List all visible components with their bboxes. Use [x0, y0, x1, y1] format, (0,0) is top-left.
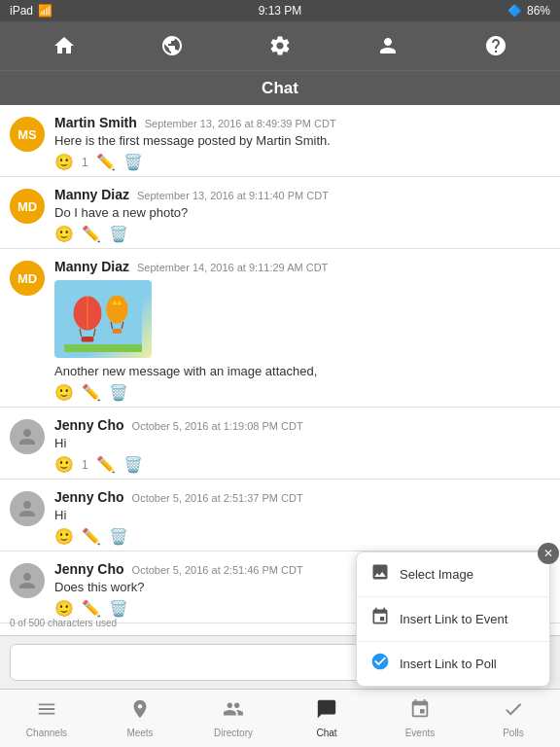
globe-nav-icon[interactable]	[151, 24, 193, 67]
message-content: Manny Diaz September 14, 2016 at 9:11:29…	[54, 259, 550, 402]
avatar: MD	[10, 189, 45, 224]
status-right: 🔷 86%	[508, 4, 550, 18]
edit-button[interactable]: ✏️	[82, 383, 101, 402]
settings-nav-icon[interactable]	[259, 24, 301, 67]
tab-channels[interactable]: Channels	[8, 698, 86, 738]
edit-button[interactable]: ✏️	[96, 455, 116, 474]
svg-point-6	[106, 296, 127, 324]
message-time: October 5, 2016 at 1:19:08 PM CDT	[132, 420, 303, 432]
image-icon	[370, 562, 390, 587]
emoji-button[interactable]: 🙂	[54, 455, 74, 474]
message-text: Do I have a new photo?	[54, 205, 550, 220]
home-nav-icon[interactable]	[43, 24, 86, 67]
insert-event-menu-item[interactable]: Insert Link to Event	[357, 597, 549, 642]
tab-chat-label: Chat	[316, 728, 336, 738]
tab-polls[interactable]: Polls	[474, 698, 552, 738]
avatar	[10, 491, 45, 526]
edit-button[interactable]: ✏️	[82, 527, 101, 546]
table-row: MD Manny Diaz September 14, 2016 at 9:11…	[0, 249, 560, 408]
chat-icon	[316, 698, 337, 726]
avatar	[10, 563, 45, 598]
help-nav-icon[interactable]	[474, 24, 517, 67]
avatar: MS	[10, 117, 45, 152]
message-content: Martin Smith September 13, 2016 at 8:49:…	[54, 115, 550, 171]
message-author: Jenny Cho	[54, 561, 124, 577]
status-left: iPad 📶	[10, 4, 52, 18]
message-author: Jenny Cho	[54, 489, 124, 505]
battery-label: 86%	[527, 4, 550, 18]
polls-icon	[503, 698, 524, 726]
emoji-button[interactable]: 🙂	[54, 153, 74, 171]
table-row: MS Martin Smith September 13, 2016 at 8:…	[0, 105, 560, 177]
reaction-count: 1	[82, 458, 88, 472]
edit-button[interactable]: ✏️	[82, 225, 101, 243]
tab-meets[interactable]: Meets	[101, 698, 179, 738]
page-title: Chat	[262, 79, 298, 98]
message-content: Manny Diaz September 13, 2016 at 9:11:40…	[54, 187, 550, 243]
emoji-button[interactable]: 🙂	[54, 225, 74, 243]
svg-rect-9	[113, 329, 122, 334]
page-title-bar: Chat	[0, 70, 560, 105]
tab-chat[interactable]: Chat	[288, 698, 366, 738]
bluetooth-icon: 🔷	[508, 4, 522, 18]
avatar: MD	[10, 261, 45, 296]
table-row: MD Manny Diaz September 13, 2016 at 9:11…	[0, 177, 560, 249]
insert-poll-menu-item[interactable]: Insert Link to Poll	[357, 642, 549, 686]
tab-polls-label: Polls	[503, 728, 524, 738]
tab-events[interactable]: Events	[381, 698, 459, 738]
message-text: Another new message with an image attach…	[54, 364, 550, 378]
status-time: 9:13 PM	[259, 4, 302, 18]
tab-directory[interactable]: Directory	[194, 698, 272, 738]
message-time: October 5, 2016 at 2:51:46 PM CDT	[132, 564, 303, 576]
emoji-button[interactable]: 🙂	[54, 383, 74, 402]
delete-button[interactable]: 🗑️	[109, 599, 128, 618]
select-image-menu-item[interactable]: Select Image	[357, 552, 549, 597]
message-text: Hi	[54, 508, 550, 522]
message-text: Hi	[54, 436, 550, 450]
events-icon	[409, 698, 431, 726]
message-time: October 5, 2016 at 2:51:37 PM CDT	[132, 492, 303, 504]
profile-nav-icon[interactable]	[367, 24, 409, 67]
insert-event-label: Insert Link to Event	[400, 612, 508, 626]
reaction-count: 1	[82, 156, 88, 169]
message-content: Jenny Cho October 5, 2016 at 1:19:08 PM …	[54, 417, 550, 474]
edit-button[interactable]: ✏️	[96, 153, 116, 171]
message-author: Manny Diaz	[54, 187, 129, 202]
tab-bar: Channels Meets Directory Chat Events Pol…	[0, 689, 560, 747]
table-row: Jenny Cho October 5, 2016 at 2:51:37 PM …	[0, 480, 560, 551]
delete-button[interactable]: 🗑️	[123, 153, 143, 171]
channels-icon	[36, 698, 57, 726]
edit-button[interactable]: ✏️	[82, 599, 101, 618]
calendar-icon	[370, 607, 390, 631]
select-image-label: Select Image	[400, 567, 473, 582]
delete-button[interactable]: 🗑️	[109, 225, 128, 243]
svg-rect-4	[82, 337, 94, 342]
popup-close-button[interactable]: ✕	[538, 543, 559, 564]
message-text: Here is the first message posted by Mart…	[54, 133, 550, 148]
avatar	[10, 419, 45, 454]
message-author: Manny Diaz	[54, 259, 129, 274]
emoji-button[interactable]: 🙂	[54, 527, 74, 546]
message-author: Jenny Cho	[54, 417, 124, 433]
delete-button[interactable]: 🗑️	[123, 455, 143, 474]
message-author: Martin Smith	[54, 115, 137, 130]
table-row: Jenny Cho October 5, 2016 at 1:19:08 PM …	[0, 408, 560, 480]
message-time: September 13, 2016 at 9:11:40 PM CDT	[137, 190, 329, 201]
tab-events-label: Events	[405, 728, 436, 738]
message-time: September 13, 2016 at 8:49:39 PM CDT	[145, 118, 336, 129]
message-content: Jenny Cho October 5, 2016 at 2:51:37 PM …	[54, 489, 550, 546]
device-label: iPad	[10, 4, 33, 18]
status-bar: iPad 📶 9:13 PM 🔷 86%	[0, 0, 560, 21]
char-count-label: 0 of 500 characters used	[10, 618, 117, 628]
insert-poll-label: Insert Link to Poll	[400, 657, 497, 671]
emoji-button[interactable]: 🙂	[54, 599, 74, 618]
wifi-icon: 📶	[38, 4, 52, 18]
message-time: September 14, 2016 at 9:11:29 AM CDT	[137, 262, 328, 273]
delete-button[interactable]: 🗑️	[109, 527, 128, 546]
meets-icon	[129, 698, 151, 726]
tab-channels-label: Channels	[26, 728, 67, 738]
tab-meets-label: Meets	[126, 728, 153, 738]
tab-directory-label: Directory	[214, 728, 253, 738]
popup-menu: ✕ Select Image Insert Link to Event Inse…	[356, 551, 550, 687]
delete-button[interactable]: 🗑️	[109, 383, 128, 402]
